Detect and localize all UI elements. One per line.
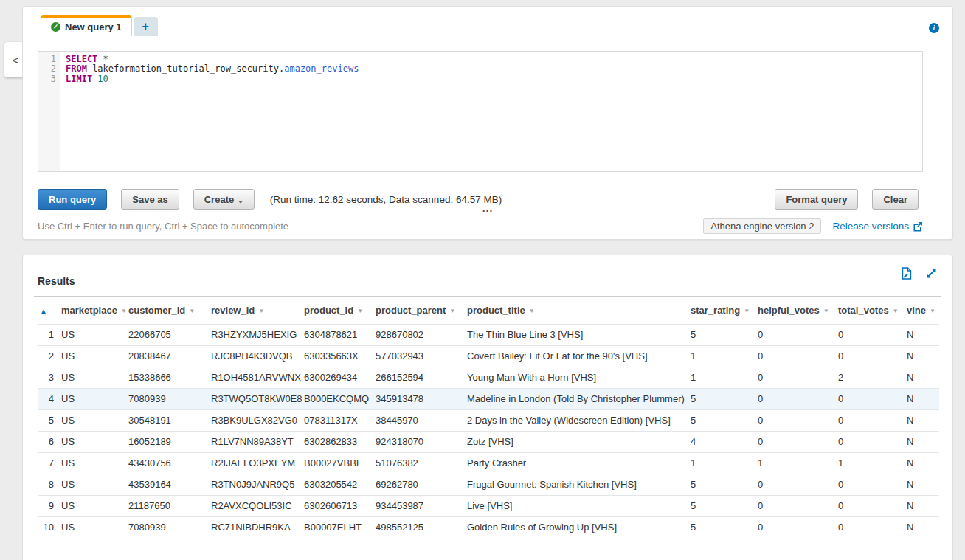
table-cell: US bbox=[61, 345, 128, 367]
row-number: 4 bbox=[38, 388, 61, 409]
table-cell: 577032943 bbox=[376, 345, 467, 367]
table-cell: US bbox=[61, 324, 128, 345]
column-menu-icon[interactable]: ▼ bbox=[823, 308, 829, 314]
column-header-marketplace[interactable]: marketplace▼ bbox=[61, 297, 128, 324]
table-cell: US bbox=[61, 367, 128, 388]
column-header-vine[interactable]: vine▼ bbox=[907, 297, 939, 324]
release-versions-link[interactable]: Release versions bbox=[832, 221, 923, 232]
clear-button[interactable]: Clear bbox=[872, 189, 919, 210]
table-cell: 5 bbox=[691, 516, 758, 538]
info-icon[interactable]: i bbox=[929, 23, 939, 33]
table-cell: N bbox=[907, 367, 939, 388]
row-number: 10 bbox=[38, 516, 61, 538]
column-header-product_title[interactable]: product_title▼ bbox=[467, 297, 691, 324]
chevron-left-icon: < bbox=[13, 54, 19, 66]
table-cell: The Thin Blue Line 3 [VHS] bbox=[467, 324, 691, 345]
table-cell: Frugal Gourmet: Spanish Kitchen [VHS] bbox=[467, 474, 691, 495]
table-cell: 1 bbox=[691, 345, 758, 367]
query-status-icon: ✓ bbox=[51, 22, 60, 32]
resize-grip-icon[interactable]: ... bbox=[482, 204, 494, 212]
column-menu-icon[interactable]: ▼ bbox=[529, 308, 535, 314]
table-row[interactable]: 8US43539164R3TN0J9JANR9Q5630320554269262… bbox=[38, 474, 939, 495]
table-cell: 0 bbox=[838, 495, 907, 516]
table-cell: 7080939 bbox=[128, 516, 211, 538]
table-row[interactable]: 4US7080939R3TWQ5OT8KW0E8B000EKCQMQ345913… bbox=[38, 388, 939, 409]
table-row[interactable]: 5US30548191R3BK9ULGX82VG0078311317X38445… bbox=[38, 409, 939, 431]
table-row[interactable]: 6US16052189R1LV7NN89A38YT630286283392431… bbox=[38, 431, 939, 452]
column-header-helpful_votes[interactable]: helpful_votes▼ bbox=[758, 297, 838, 324]
table-cell: 0 bbox=[838, 345, 907, 367]
sort-column-header[interactable]: ▲ bbox=[38, 297, 61, 324]
table-cell: 2 bbox=[838, 367, 907, 388]
table-cell: US bbox=[61, 495, 128, 516]
table-cell: 0 bbox=[838, 324, 907, 345]
column-menu-icon[interactable]: ▼ bbox=[930, 308, 935, 314]
download-results-icon[interactable] bbox=[901, 267, 913, 280]
table-cell: 5 bbox=[691, 495, 758, 516]
column-header-product_parent[interactable]: product_parent▼ bbox=[376, 297, 467, 324]
column-menu-icon[interactable]: ▼ bbox=[744, 308, 750, 314]
column-menu-icon[interactable]: ▼ bbox=[121, 308, 127, 314]
table-cell: 928670802 bbox=[376, 324, 467, 345]
column-header-product_id[interactable]: product_id▼ bbox=[304, 297, 376, 324]
table-cell: 1 bbox=[838, 452, 907, 474]
table-cell: 30548191 bbox=[128, 409, 211, 431]
format-query-button[interactable]: Format query bbox=[775, 189, 858, 210]
tab-new-query-1[interactable]: ✓ New query 1 bbox=[41, 15, 132, 36]
editor-hint-row: Use Ctrl + Enter to run query, Ctrl + Sp… bbox=[38, 218, 938, 234]
table-cell: 69262780 bbox=[376, 474, 467, 495]
column-menu-icon[interactable]: ▼ bbox=[449, 308, 455, 314]
table-cell: US bbox=[61, 388, 128, 409]
table-cell: R1OH4581ARVWNX bbox=[211, 367, 304, 388]
column-menu-icon[interactable]: ▼ bbox=[189, 308, 195, 314]
table-cell: R3TN0J9JANR9Q5 bbox=[211, 474, 304, 495]
table-row[interactable]: 3US15338666R1OH4581ARVWNX630026943426615… bbox=[38, 367, 939, 388]
row-number: 2 bbox=[38, 345, 61, 367]
row-number: 1 bbox=[38, 324, 61, 345]
table-cell: B00027VBBI bbox=[304, 452, 376, 474]
table-row[interactable]: 1US22066705R3HZYXMJ5HEXIG630487862192867… bbox=[38, 324, 939, 345]
column-header-review_id[interactable]: review_id▼ bbox=[211, 297, 304, 324]
expand-results-icon[interactable] bbox=[925, 267, 938, 280]
line-number-gutter: 123 bbox=[38, 52, 60, 171]
column-header-customer_id[interactable]: customer_id▼ bbox=[128, 297, 211, 324]
table-cell: 6300269434 bbox=[304, 367, 376, 388]
table-cell: 0 bbox=[758, 516, 838, 538]
line-number: 2 bbox=[38, 64, 56, 74]
table-cell: 0 bbox=[758, 495, 838, 516]
sql-editor[interactable]: 123 SELECT *FROM lakeformation_tutorial_… bbox=[38, 51, 923, 172]
table-cell: B00007ELHT bbox=[304, 516, 376, 538]
table-cell: R3HZYXMJ5HEXIG bbox=[211, 324, 304, 345]
table-cell: 934453987 bbox=[376, 495, 467, 516]
table-cell: 0 bbox=[758, 367, 838, 388]
new-tab-button[interactable]: + bbox=[134, 17, 158, 36]
table-row[interactable]: 2US20838467RJC8PH4K3DVQB630335663X577032… bbox=[38, 345, 939, 367]
table-cell: Party Crasher bbox=[467, 452, 691, 474]
column-menu-icon[interactable]: ▼ bbox=[258, 308, 264, 314]
column-header-total_votes[interactable]: total_votes▼ bbox=[838, 297, 907, 324]
table-cell: 0 bbox=[838, 431, 907, 452]
table-row[interactable]: 10US7080939RC71NIBDHR9KAB00007ELHT498552… bbox=[38, 516, 939, 538]
row-number: 3 bbox=[38, 367, 61, 388]
table-cell: 0 bbox=[838, 516, 907, 538]
table-cell: 1 bbox=[691, 452, 758, 474]
table-cell: 1 bbox=[758, 452, 838, 474]
create-button[interactable]: Create⌄ bbox=[193, 189, 255, 210]
table-cell: 7080939 bbox=[128, 388, 211, 409]
table-cell: US bbox=[61, 474, 128, 495]
chevron-down-icon: ⌄ bbox=[238, 197, 243, 204]
table-cell: 345913478 bbox=[376, 388, 467, 409]
run-query-button[interactable]: Run query bbox=[38, 189, 107, 210]
table-row[interactable]: 7US43430756R2IJAELO3PXEYMB00027VBBI51076… bbox=[38, 452, 939, 474]
table-row[interactable]: 9US21187650R2AVXCQOLI53IC630260671393445… bbox=[38, 495, 939, 516]
save-as-button[interactable]: Save as bbox=[121, 189, 179, 210]
sql-code-area[interactable]: SELECT *FROM lakeformation_tutorial_row_… bbox=[60, 52, 922, 171]
row-number: 5 bbox=[38, 409, 61, 431]
column-menu-icon[interactable]: ▼ bbox=[357, 308, 363, 314]
table-cell: 0 bbox=[758, 474, 838, 495]
table-cell: US bbox=[61, 409, 128, 431]
column-menu-icon[interactable]: ▼ bbox=[893, 308, 899, 314]
column-header-star_rating[interactable]: star_rating▼ bbox=[691, 297, 758, 324]
table-cell: N bbox=[907, 324, 939, 345]
results-table-body: 1US22066705R3HZYXMJ5HEXIG630487862192867… bbox=[38, 324, 939, 538]
